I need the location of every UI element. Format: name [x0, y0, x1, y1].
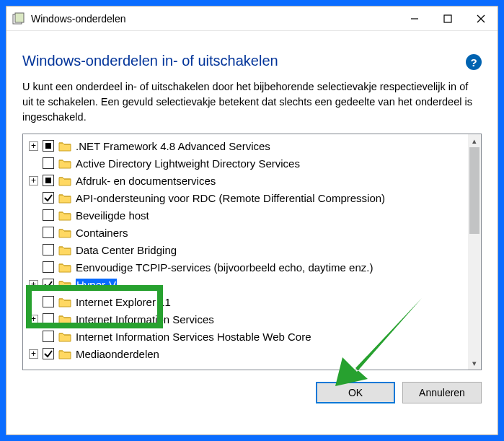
feature-checkbox[interactable] — [43, 279, 54, 290]
button-row: OK Annuleren — [22, 382, 482, 403]
app-icon — [12, 12, 25, 25]
tree-item[interactable]: +Hyper-V — [26, 276, 468, 293]
tree-item[interactable]: +Mediaonderdelen — [26, 345, 468, 362]
feature-checkbox[interactable] — [43, 140, 54, 152]
folder-icon — [58, 331, 71, 342]
tree-item-label: Active Directory Lightweight Directory S… — [76, 157, 300, 170]
feature-checkbox[interactable] — [43, 296, 54, 307]
tree-item[interactable]: API-ondersteuning voor RDC (Remote Diffe… — [26, 189, 468, 206]
folder-icon — [58, 262, 71, 273]
tree-item[interactable]: +.NET Framework 4.8 Advanced Services — [26, 137, 468, 154]
tree-item[interactable]: Internet Explorer 11 — [26, 293, 468, 310]
dialog-content: Windows-onderdelen in- of uitschakelen ?… — [6, 31, 498, 414]
svg-rect-1 — [15, 13, 24, 22]
cancel-button[interactable]: Annuleren — [402, 382, 482, 403]
feature-checkbox[interactable] — [43, 313, 54, 325]
expand-toggle — [29, 263, 38, 272]
expand-toggle[interactable]: + — [29, 280, 38, 289]
folder-icon — [58, 245, 71, 256]
folder-icon — [58, 210, 71, 221]
tree-item[interactable]: Active Directory Lightweight Directory S… — [26, 154, 468, 172]
maximize-button[interactable] — [431, 6, 464, 31]
scroll-down-icon[interactable]: ▾ — [468, 357, 481, 370]
expand-toggle[interactable]: + — [29, 176, 38, 185]
tree-item-label: .NET Framework 4.8 Advanced Services — [76, 140, 270, 152]
tree-item-label: Eenvoudige TCPIP-services (bijvoorbeeld … — [76, 261, 373, 274]
tree-item[interactable]: +Internet Information Services — [26, 310, 468, 328]
dialog-heading: Windows-onderdelen in- of uitschakelen ? — [22, 53, 482, 69]
svg-rect-3 — [444, 15, 451, 22]
feature-checkbox[interactable] — [43, 261, 54, 273]
feature-checkbox[interactable] — [43, 209, 54, 221]
folder-icon — [58, 141, 71, 152]
minimize-button[interactable] — [398, 6, 431, 31]
folder-icon — [58, 193, 71, 204]
expand-toggle — [29, 193, 38, 203]
tree-item[interactable]: Containers — [26, 224, 468, 241]
window-title: Windows-onderdelen — [31, 13, 126, 25]
dialog-window: Windows-onderdelen Windows-onderdelen in… — [6, 6, 498, 435]
vertical-scrollbar[interactable]: ▴ ▾ — [468, 134, 481, 370]
tree-item-label: Internet Explorer 11 — [76, 296, 171, 308]
tree-item-label: Data Center Bridging — [76, 244, 177, 256]
tree-item[interactable]: Beveiligde host — [26, 206, 468, 224]
help-icon[interactable]: ? — [466, 54, 482, 70]
tree-item-label: Internet Information Services Hostable W… — [76, 331, 311, 343]
tree-item-label: Containers — [76, 227, 128, 239]
folder-icon — [58, 158, 71, 169]
expand-toggle — [29, 332, 38, 341]
expand-toggle[interactable]: + — [29, 141, 38, 151]
dialog-description: U kunt een onderdeel in- of uitschakelen… — [22, 79, 482, 125]
expand-toggle[interactable]: + — [29, 349, 38, 359]
folder-icon — [58, 349, 71, 359]
expand-toggle[interactable]: + — [29, 315, 38, 324]
tree-item-label: API-ondersteuning voor RDC (Remote Diffe… — [76, 192, 385, 204]
tree-item[interactable]: +Afdruk- en documentservices — [26, 172, 468, 189]
expand-toggle — [29, 159, 38, 168]
folder-icon — [58, 175, 71, 186]
tree-item-label: Afdruk- en documentservices — [76, 175, 216, 187]
tree-item-label: Beveiligde host — [76, 209, 149, 222]
close-button[interactable] — [464, 6, 498, 31]
expand-toggle — [29, 211, 38, 220]
tree-item[interactable]: Data Center Bridging — [26, 241, 468, 258]
scrollbar-thumb[interactable] — [469, 147, 479, 234]
folder-icon — [58, 314, 71, 325]
folder-icon — [58, 227, 71, 238]
tree-item-label: Internet Information Services — [76, 313, 214, 326]
tree-item[interactable]: Eenvoudige TCPIP-services (bijvoorbeeld … — [26, 258, 468, 276]
expand-toggle — [29, 245, 38, 255]
heading-text: Windows-onderdelen in- of uitschakelen — [22, 53, 278, 69]
feature-checkbox[interactable] — [43, 192, 54, 204]
title-bar: Windows-onderdelen — [6, 6, 498, 31]
tree-item-label: Hyper-V — [76, 279, 117, 291]
feature-checkbox[interactable] — [43, 244, 54, 256]
tree-item[interactable]: Internet Information Services Hostable W… — [26, 328, 468, 345]
folder-icon — [58, 297, 71, 307]
ok-button[interactable]: OK — [316, 382, 395, 403]
feature-checkbox[interactable] — [43, 175, 54, 186]
feature-checkbox[interactable] — [43, 227, 54, 238]
feature-checkbox[interactable] — [43, 157, 54, 169]
feature-checkbox[interactable] — [43, 331, 54, 342]
folder-icon — [58, 279, 71, 290]
expand-toggle — [29, 228, 38, 237]
feature-tree: +.NET Framework 4.8 Advanced ServicesAct… — [22, 134, 482, 370]
scroll-up-icon[interactable]: ▴ — [468, 134, 481, 147]
feature-checkbox[interactable] — [43, 348, 54, 359]
tree-item-label: Mediaonderdelen — [76, 348, 159, 360]
expand-toggle — [29, 297, 38, 307]
